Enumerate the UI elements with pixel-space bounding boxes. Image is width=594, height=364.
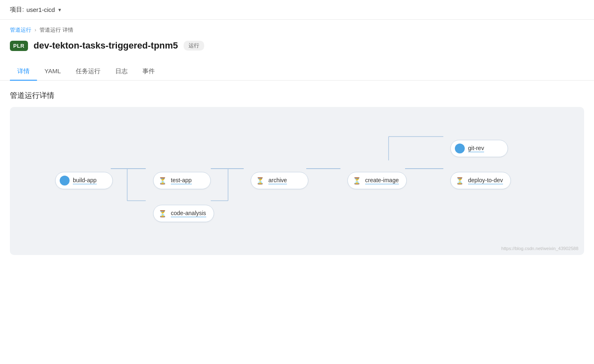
node-label-build-app: build-app bbox=[73, 177, 97, 184]
tab-details[interactable]: 详情 bbox=[10, 63, 37, 80]
status-badge: 运行 bbox=[184, 41, 204, 51]
breadcrumb: 管道运行 › 管道运行 详情 bbox=[0, 20, 594, 37]
page-title: dev-tekton-tasks-triggered-tpnm5 bbox=[34, 40, 178, 51]
node-create-image[interactable]: ⏳ create-image bbox=[347, 172, 407, 189]
project-dropdown-icon[interactable]: ▼ bbox=[57, 7, 62, 12]
header: 项目: user1-cicd ▼ bbox=[0, 0, 594, 20]
node-label-git-rev: git-rev bbox=[468, 145, 484, 152]
hourglass-icon: ⏳ bbox=[255, 176, 265, 185]
tab-task-runs[interactable]: 任务运行 bbox=[68, 63, 108, 80]
pipeline-canvas: build-app ⏳ test-app ⏳ code-analysis ⏳ a… bbox=[10, 107, 584, 255]
hourglass-icon: ⏳ bbox=[158, 176, 168, 185]
node-label-code-analysis: code-analysis bbox=[171, 210, 206, 217]
tabs: 详情 YAML 任务运行 日志 事件 bbox=[0, 63, 594, 81]
watermark: https://blog.csdn.net/weixin_43902588 bbox=[501, 246, 578, 251]
node-label-test-app: test-app bbox=[171, 177, 192, 184]
section-title: 管道运行详情 bbox=[0, 81, 594, 107]
tab-yaml[interactable]: YAML bbox=[37, 63, 68, 80]
hourglass-icon: ⏳ bbox=[158, 209, 168, 218]
tab-events[interactable]: 事件 bbox=[135, 63, 162, 80]
node-archive[interactable]: ⏳ archive bbox=[251, 172, 308, 189]
node-test-app[interactable]: ⏳ test-app bbox=[153, 172, 211, 189]
circle-icon bbox=[60, 176, 70, 185]
node-deploy-to-dev[interactable]: ⏳ deploy-to-dev bbox=[450, 172, 511, 189]
breadcrumb-link[interactable]: 管道运行 bbox=[10, 26, 31, 34]
hourglass-icon: ⏳ bbox=[352, 176, 362, 185]
node-label-deploy-to-dev: deploy-to-dev bbox=[468, 177, 503, 184]
node-git-rev[interactable]: git-rev bbox=[450, 140, 508, 157]
hourglass-icon: ⏳ bbox=[455, 176, 465, 185]
circle-icon bbox=[455, 144, 465, 153]
pipeline-nodes: build-app ⏳ test-app ⏳ code-analysis ⏳ a… bbox=[22, 123, 572, 239]
project-name: user1-cicd bbox=[26, 6, 55, 13]
page-title-row: PLR dev-tekton-tasks-triggered-tpnm5 运行 bbox=[0, 37, 594, 59]
plr-badge: PLR bbox=[10, 41, 28, 51]
project-label: 项目: bbox=[10, 6, 24, 14]
node-label-create-image: create-image bbox=[365, 177, 399, 184]
node-build-app[interactable]: build-app bbox=[55, 172, 113, 189]
tab-logs[interactable]: 日志 bbox=[108, 63, 135, 80]
breadcrumb-separator: › bbox=[35, 27, 36, 33]
breadcrumb-current: 管道运行 详情 bbox=[40, 26, 73, 34]
node-code-analysis[interactable]: ⏳ code-analysis bbox=[153, 205, 214, 222]
node-label-archive: archive bbox=[268, 177, 287, 184]
